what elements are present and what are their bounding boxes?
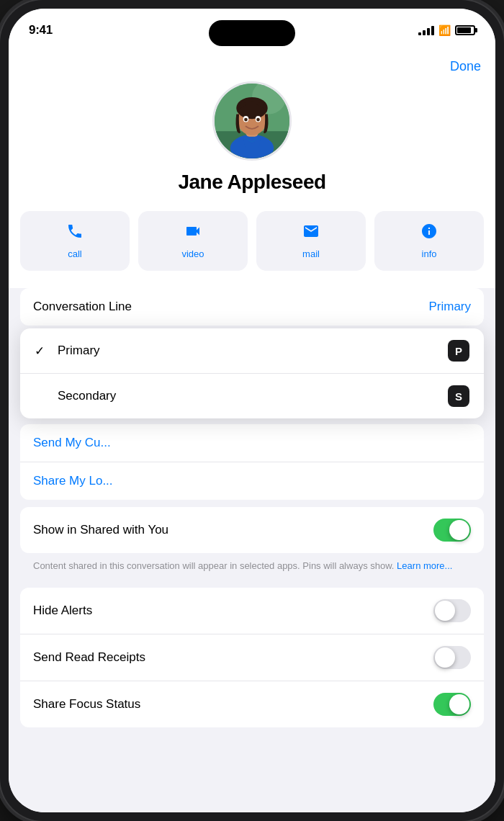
send-read-receipts-label: Send Read Receipts	[33, 650, 145, 665]
info-label: info	[422, 248, 437, 259]
send-my-card-row[interactable]: Send My Cu...	[20, 424, 484, 462]
call-button[interactable]: call	[20, 211, 130, 271]
call-icon	[66, 223, 84, 244]
dropdown-item-primary-left: ✓ Primary	[35, 344, 100, 359]
share-my-location-label: Share My Lo...	[33, 474, 113, 488]
svg-point-6	[236, 97, 267, 119]
video-button[interactable]: video	[138, 211, 248, 271]
svg-point-9	[244, 118, 248, 122]
shared-description: Content shared in this conversation will…	[20, 553, 484, 573]
done-button[interactable]: Done	[450, 59, 481, 73]
screen: 9:41 📶 Done	[9, 9, 495, 812]
behind-menu: Send My Cu... Share My Lo...	[20, 424, 484, 500]
dropdown-secondary-label: Secondary	[58, 389, 116, 403]
send-read-receipts-toggle[interactable]	[433, 646, 471, 669]
primary-badge: P	[448, 340, 469, 362]
dropdown-item-secondary[interactable]: Secondary S	[20, 374, 484, 418]
send-my-card-label: Send My Cu...	[33, 436, 111, 450]
learn-more-link[interactable]: Learn more...	[397, 560, 452, 571]
status-icons: 📶	[418, 24, 475, 36]
avatar	[212, 81, 292, 161]
shared-with-you-row: Show in Shared with You	[20, 507, 484, 553]
call-label: call	[68, 248, 82, 259]
avatar-section: Jane Appleseed	[9, 81, 495, 211]
dropdown-primary-label: Primary	[58, 344, 100, 358]
wifi-icon: 📶	[438, 24, 451, 36]
conversation-dropdown-container: Conversation Line Primary ✓ Primary P	[20, 288, 484, 418]
dropdown-item-secondary-left: Secondary	[35, 389, 116, 403]
action-buttons: call video mail	[9, 211, 495, 288]
signal-icon	[418, 25, 434, 35]
battery-icon	[455, 25, 475, 35]
checkmark-icon: ✓	[35, 344, 49, 359]
mail-button[interactable]: mail	[256, 211, 366, 271]
info-icon	[420, 223, 438, 244]
shared-with-you-section: Show in Shared with You Content shared i…	[20, 507, 484, 573]
main-content: Done	[9, 48, 495, 812]
send-read-receipts-row: Send Read Receipts	[20, 634, 484, 681]
dynamic-island	[209, 20, 295, 46]
shared-description-text: Content shared in this conversation will…	[33, 560, 394, 571]
status-time: 9:41	[29, 23, 53, 37]
shared-with-you-label: Show in Shared with You	[33, 523, 168, 537]
svg-point-10	[256, 118, 260, 122]
dropdown-menu: ✓ Primary P Secondary S	[20, 328, 484, 418]
phone-frame: 9:41 📶 Done	[0, 0, 504, 821]
share-focus-status-row: Share Focus Status	[20, 681, 484, 727]
mail-label: mail	[302, 248, 320, 259]
video-icon	[184, 223, 202, 244]
dropdown-item-primary[interactable]: ✓ Primary P	[20, 328, 484, 374]
hide-alerts-row: Hide Alerts	[20, 588, 484, 634]
share-focus-status-label: Share Focus Status	[33, 697, 140, 712]
mail-icon	[302, 223, 320, 244]
conversation-line-value: Primary	[428, 300, 471, 314]
video-label: video	[181, 248, 204, 259]
share-my-location-row[interactable]: Share My Lo...	[20, 462, 484, 500]
info-button[interactable]: info	[374, 211, 484, 271]
share-focus-status-toggle[interactable]	[433, 693, 471, 716]
done-button-container: Done	[9, 48, 495, 81]
shared-with-you-toggle[interactable]	[433, 519, 471, 542]
secondary-badge: S	[448, 385, 469, 407]
bottom-settings: Hide Alerts Send Read Receipts Share Foc…	[20, 588, 484, 727]
contact-name: Jane Appleseed	[178, 171, 325, 194]
hide-alerts-label: Hide Alerts	[33, 604, 92, 618]
conversation-line-label: Conversation Line	[33, 300, 132, 314]
conversation-line-row[interactable]: Conversation Line Primary	[20, 288, 484, 326]
hide-alerts-toggle[interactable]	[433, 599, 471, 622]
